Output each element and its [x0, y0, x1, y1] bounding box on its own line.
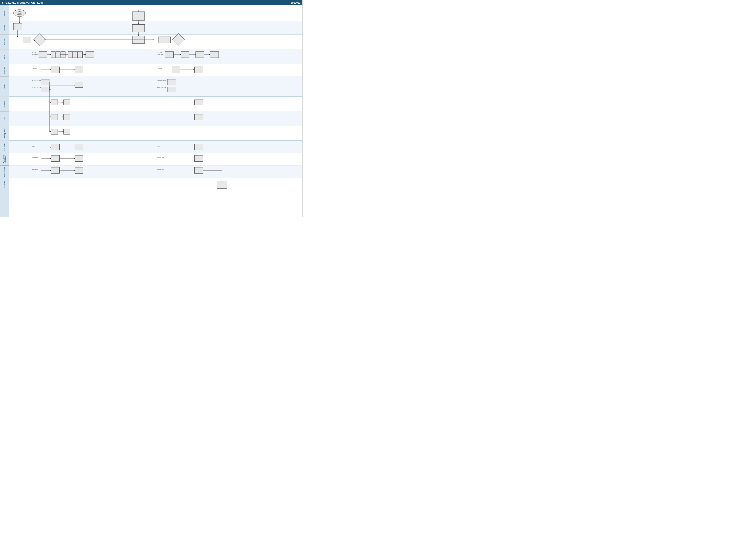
rect-nsb1r-d: [210, 51, 219, 58]
label-multiservr-right: Multi-Service: [157, 169, 164, 170]
lane-nsb1: NSB₁: [0, 49, 9, 64]
rect-pos1: [23, 37, 31, 43]
lane-pacpride: PacPride: [0, 97, 9, 111]
rect-nsb1-b1: [51, 51, 56, 58]
lane-multiservice: Multi-Service: [0, 165, 9, 178]
label-nsb2b-left: 3rd Party Cards B...: [32, 87, 42, 88]
lane-reader: Reader: [0, 21, 9, 35]
page: SITE LEVEL TRANSACTION FLOW 6/4/2022 Dri…: [0, 0, 302, 217]
label-multiservice-left: Multi-Service: [32, 169, 38, 170]
rect-multiservice-b: [75, 167, 83, 174]
rect-comdatar-a: [172, 67, 180, 73]
date: 6/4/2022: [291, 1, 300, 4]
rect-pac-b: [63, 100, 70, 105]
swim-lanes: Driver Reader POS/TSC NSB₁ ComData NSB₂ …: [0, 5, 302, 217]
rect-nsb1-c1: [68, 51, 73, 58]
rect-nsb1r-a: [165, 51, 174, 58]
rect-nsb1-a: [39, 51, 47, 58]
lane-cfn: CFN: [0, 111, 9, 126]
label-nsb2ar-right: 3rd Party Cards A...: [157, 80, 167, 81]
header: SITE LEVEL TRANSACTION FLOW 6/4/2022: [0, 0, 302, 5]
rect-nsb2-a: [41, 79, 49, 85]
label-efsr-right: Flct...: [157, 146, 160, 147]
rect-issuing-a: [51, 129, 58, 135]
stripe-pos: [9, 35, 302, 49]
label-comdata-right: ComData: [157, 68, 162, 69]
rect-nsb1-c3: [78, 51, 83, 58]
rect-top-center1: [132, 12, 145, 21]
rect-efs-b: [75, 144, 83, 150]
lane-labels: Driver Reader POS/TSC NSB₁ ComData NSB₂ …: [0, 5, 9, 217]
rect-cfn-a: [51, 114, 58, 120]
rect-multiservr: [194, 167, 203, 174]
rect-efs-a: [51, 144, 60, 150]
rect-nsb1r-c: [195, 51, 204, 58]
label-nsb2a-left: 3rd Party Cards A...: [32, 80, 42, 81]
stripe-nsb2: [9, 76, 302, 97]
label-nsb2br-right: 3rd Party Cards B...: [157, 87, 167, 88]
rect-nsb2r-a: [167, 79, 176, 85]
rect-top-center3: [132, 36, 145, 44]
label-nsb1-right: Visa, MCAmex, Disc.: [157, 52, 163, 55]
oval-label: GallonsAmountNetwork: [17, 11, 22, 16]
stripe-driver: [9, 5, 302, 21]
rect-top-center2: [132, 24, 145, 32]
rect-pac-a: [51, 100, 58, 105]
rect-comdata-b: [75, 67, 83, 73]
rect-netfuels-a: [51, 155, 60, 162]
rect-reader: [13, 23, 22, 30]
lane-nsb2: NSB₂: [0, 76, 9, 97]
lane-comdata: ComData: [0, 64, 9, 76]
diagram-area: GallonsAmountNetwork Visa, MCAmex, Disc.: [9, 5, 302, 217]
lane-pos: POS/TSC: [0, 35, 9, 49]
center-divider: [154, 5, 154, 217]
rect-nsb2-b: [41, 87, 49, 92]
stripe-scfuels: [9, 178, 302, 190]
label-comdata-left: ComData: [32, 68, 37, 69]
rect-cfnr: [194, 114, 203, 120]
rect-comdata-a: [51, 67, 60, 73]
diamond-pos: [35, 35, 44, 44]
rect-nsb1r-b: [181, 51, 189, 58]
rect-nsb1-c2: [73, 51, 78, 58]
lane-efshost: EFS Host: [0, 141, 9, 153]
label-netfuelsr-right: Network Fuels: [157, 157, 164, 158]
diamond-pos-right: [174, 35, 183, 44]
oval-driver: GallonsAmountNetwork: [13, 9, 26, 17]
lane-driver: Driver: [0, 5, 9, 21]
rect-cfn-b: [63, 114, 70, 120]
label-nsb1-left: Visa, MCAmex, Disc.: [32, 52, 38, 55]
rect-efsr: [194, 144, 203, 150]
rect-issuing-b: [63, 129, 70, 135]
label-efs-left: Flct...: [32, 146, 35, 147]
lane-scfuels: SC Fuels: [0, 178, 9, 190]
rect-pacr: [194, 100, 203, 105]
rect-comdatar-b: [194, 67, 203, 73]
rect-nsb2r-b: [167, 87, 176, 92]
rect-nsb1-b2: [56, 51, 60, 58]
rect-netfuelsr: [194, 155, 203, 162]
title: SITE LEVEL TRANSACTION FLOW: [2, 1, 43, 4]
rect-nsb1-d: [86, 51, 94, 58]
stripe-reader: [9, 21, 302, 35]
rect-pos-right: [158, 37, 171, 43]
rect-scfuels: [217, 181, 227, 189]
rect-netfuels-b: [75, 155, 83, 162]
rect-nsb1-b3: [61, 51, 65, 58]
lane-issuing: Issuing Bank: [0, 126, 9, 141]
lane-netfuels: Network Fuels/DPS: [0, 153, 9, 165]
rect-multiservice-a: [51, 167, 60, 174]
label-netfuels-left: Network Fuels: [32, 157, 39, 158]
rect-nsb2-center: [75, 82, 83, 88]
